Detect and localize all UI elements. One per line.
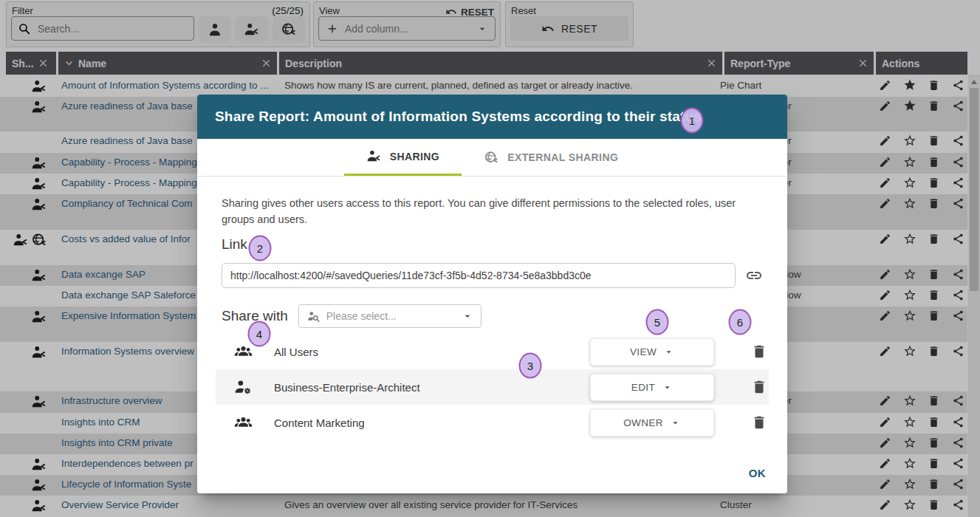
caret-down-icon [462, 310, 473, 322]
caret-down-icon [670, 417, 681, 428]
permission-value: OWNER [623, 417, 663, 428]
dialog-body: Sharing gives other users access to this… [197, 177, 787, 440]
annotation-badge-3: 3 [519, 353, 542, 379]
caret-down-icon [663, 346, 674, 357]
remove-share-button[interactable] [751, 343, 767, 360]
dialog-tabs: SHARING EXTERNAL SHARING [197, 139, 787, 177]
permission-value: EDIT [631, 382, 655, 393]
share-permission-row: Business-Enterprise-ArchitectEDIT [216, 369, 769, 405]
permission-select-button[interactable]: VIEW [590, 338, 714, 366]
annotation-badge-1: 1 [681, 108, 704, 134]
tab-external-sharing[interactable]: EXTERNAL SHARING [462, 139, 640, 176]
person-search-icon [306, 309, 321, 323]
annotation-badge-2: 2 [249, 236, 272, 261]
annotation-badge-4: 4 [248, 321, 271, 347]
share-permission-row: All UsersVIEW [216, 334, 769, 369]
sharing-description-text: Sharing gives other users access to this… [222, 196, 763, 227]
share-permission-row: Content MarketingOWNER [216, 405, 769, 440]
people-icon [234, 343, 253, 361]
share-target-name: Content Marketing [274, 417, 365, 429]
share-link-field[interactable]: http://localhost:4200/#/savedQueries/11d… [222, 263, 736, 288]
person-gear-icon [234, 378, 253, 397]
share-target-name: All Users [274, 346, 318, 358]
app-screen: Filter (25/25) View RESET Add column... … [0, 0, 980, 517]
link-heading: Link [222, 236, 763, 253]
share-with-select[interactable]: Please select... [298, 304, 482, 328]
permission-value: VIEW [630, 346, 657, 357]
globe-share-icon [484, 150, 499, 165]
annotation-badge-6: 6 [729, 309, 752, 335]
caret-down-icon [662, 382, 673, 393]
annotation-badge-5: 5 [646, 309, 669, 335]
share-report-dialog: Share Report: Amount of Information Syst… [197, 95, 787, 493]
person-share-icon [366, 148, 382, 164]
ok-button[interactable]: OK [743, 462, 772, 484]
permission-select-button[interactable]: OWNER [590, 409, 714, 436]
remove-share-button[interactable] [751, 379, 767, 395]
tab-sharing[interactable]: SHARING [344, 139, 462, 176]
share-permission-list: All UsersVIEWBusiness-Enterprise-Archite… [216, 334, 769, 440]
link-icon[interactable] [745, 267, 763, 284]
share-target-name: Business-Enterprise-Architect [274, 381, 420, 394]
people-icon [234, 414, 253, 432]
remove-share-button[interactable] [751, 414, 767, 431]
permission-select-button[interactable]: EDIT [590, 374, 714, 401]
share-with-placeholder: Please select... [326, 310, 397, 322]
